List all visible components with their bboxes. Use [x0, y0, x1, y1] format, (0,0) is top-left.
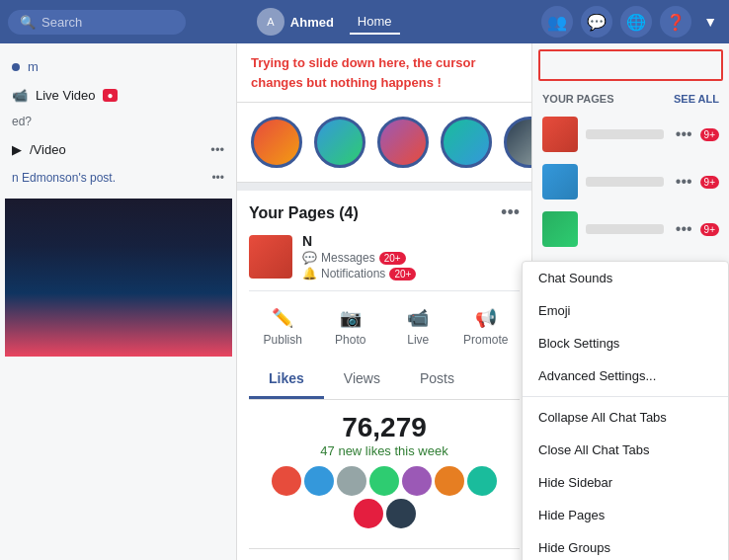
user-name: Ahmed: [290, 15, 334, 30]
rs-badge-1: 9+: [700, 128, 719, 141]
tab-likes[interactable]: Likes: [249, 360, 324, 399]
dropdown-block-settings[interactable]: Block Settings: [523, 327, 728, 360]
sidebar-asked-label: ed?: [12, 115, 32, 128]
mini-avatar-2: [304, 466, 334, 496]
sidebar-video-more[interactable]: •••: [210, 142, 224, 157]
sidebar-post-item[interactable]: n Edmonson's post. •••: [0, 165, 236, 191]
nav-center: A Ahmed Home: [257, 8, 400, 36]
dropdown-collapse-chat-tabs[interactable]: Collapse All Chat Tabs: [523, 401, 728, 434]
mini-avatar-4: [369, 466, 399, 496]
rs-page-more-2[interactable]: •••: [676, 173, 692, 191]
mini-avatar-5: [402, 466, 432, 496]
search-input[interactable]: [41, 15, 170, 30]
notifications-label: Notifications: [321, 267, 385, 280]
mini-avatar-9: [386, 499, 416, 528]
rs-page-more-3[interactable]: •••: [676, 220, 692, 238]
tab-views[interactable]: Views: [324, 360, 400, 399]
messages-label: Messages: [321, 251, 375, 265]
story-circle-3[interactable]: [377, 117, 429, 168]
friends-icon-btn[interactable]: 👥: [541, 6, 573, 38]
sidebar-video-label: /Video: [30, 142, 66, 157]
dropdown-close-chat-tabs[interactable]: Close All Chat Tabs: [523, 434, 728, 466]
pages-card: Your Pages (4) ••• N 💬 Messages 20+ 🔔 No…: [237, 191, 531, 560]
tabs-row: Likes Views Posts: [249, 360, 520, 400]
nav-icons: 👥 💬 🌐 ❓ ▼: [541, 6, 721, 38]
search-icon: 🔍: [20, 15, 36, 30]
rs-page-name-1: [586, 129, 664, 139]
dropdown-advanced-settings[interactable]: Advanced Settings...: [523, 360, 728, 392]
messages-badge: 20+: [379, 252, 406, 265]
pages-header: Your Pages (4) •••: [249, 202, 520, 223]
avatar-row: [261, 466, 508, 528]
left-sidebar: m 📹 Live Video ● ed? ▶ /Video ••• n Edmo…: [0, 43, 237, 560]
page-actions: ✏️ Publish 📷 Photo 📹 Live 📢 Promote: [249, 290, 520, 353]
rs-badge-3: 9+: [700, 223, 719, 236]
story-circle-1[interactable]: [251, 117, 302, 168]
your-pages-label: YOUR PAGES: [542, 93, 614, 105]
publish-btn[interactable]: ✏️ Publish: [249, 301, 317, 353]
dropdown-hide-sidebar[interactable]: Hide Sidebar: [523, 466, 728, 499]
sidebar-item-label: m: [28, 59, 39, 74]
live-icon: 📹: [12, 88, 28, 103]
page-avatar: [249, 235, 292, 279]
rs-page-more-1[interactable]: •••: [676, 125, 692, 143]
page-notifications: 🔔 Notifications 20+: [302, 267, 520, 280]
annotation-text-top: Trying to slide down here, the cursor ch…: [251, 53, 518, 92]
promote-icon: 📢: [475, 307, 497, 329]
rs-page-item-3: ••• 9+: [532, 205, 729, 253]
sidebar-post-more[interactable]: •••: [211, 171, 224, 185]
rs-page-item-2: ••• 9+: [532, 158, 729, 205]
page-entry: N 💬 Messages 20+ 🔔 Notifications 20+: [249, 233, 520, 280]
page-messages: 💬 Messages 20+: [302, 251, 520, 265]
avatar: A: [257, 8, 284, 36]
mini-avatar-7: [467, 466, 497, 496]
story-circle-5[interactable]: [504, 117, 531, 168]
sidebar-item-live-video[interactable]: 📹 Live Video ●: [0, 82, 236, 109]
publish-label: Publish: [264, 333, 302, 347]
top-navigation: 🔍 A Ahmed Home 👥 💬 🌐 ❓ ▼: [0, 0, 729, 43]
live-label: Live Video: [36, 88, 95, 103]
rs-page-name-3: [586, 224, 664, 234]
mini-avatar-3: [337, 466, 366, 496]
nav-dropdown-btn[interactable]: ▼: [699, 10, 721, 34]
video-icon: ▶: [12, 142, 22, 157]
pages-title: Your Pages (4): [249, 204, 359, 222]
live-btn[interactable]: 📹 Live: [384, 301, 452, 353]
see-all-btn[interactable]: SEE ALL: [674, 93, 719, 105]
dropdown-emoji[interactable]: Emoji: [523, 294, 728, 327]
help-icon-btn[interactable]: ❓: [660, 6, 691, 38]
mini-avatar-1: [272, 466, 301, 496]
photo-label: Photo: [335, 333, 365, 347]
annotation-box-top: Trying to slide down here, the cursor ch…: [237, 43, 531, 103]
your-pages-section-title: YOUR PAGES SEE ALL: [532, 87, 729, 111]
rs-page-avatar-3: [542, 211, 578, 247]
dropdown-hide-groups[interactable]: Hide Groups: [523, 531, 728, 560]
dropdown-hide-pages[interactable]: Hide Pages: [523, 499, 728, 531]
promote-btn[interactable]: 📢 Promote: [452, 301, 521, 353]
dropdown-menu: Chat Sounds Emoji Block Settings Advance…: [522, 261, 729, 560]
sidebar-item-home[interactable]: m: [0, 51, 236, 82]
publish-icon: ✏️: [272, 307, 293, 329]
live-label: Live: [407, 333, 429, 347]
event-invite[interactable]: 📅 1 event invite: [249, 548, 520, 560]
story-circles: [237, 103, 531, 183]
sidebar-video-item[interactable]: ▶ /Video •••: [0, 134, 236, 165]
live-action-icon: 📹: [407, 307, 429, 329]
photo-btn[interactable]: 📷 Photo: [317, 301, 385, 353]
notif-icon: 🔔: [302, 267, 317, 280]
sidebar-image: [5, 199, 232, 357]
photo-icon: 📷: [340, 307, 362, 329]
tab-posts[interactable]: Posts: [400, 360, 474, 399]
rs-page-avatar-1: [542, 117, 578, 152]
rs-badge-2: 9+: [700, 176, 719, 189]
rs-page-avatar-2: [542, 164, 578, 200]
story-circle-2[interactable]: [314, 117, 365, 168]
globe-icon-btn[interactable]: 🌐: [620, 6, 652, 38]
pages-more-btn[interactable]: •••: [501, 202, 520, 223]
home-link[interactable]: Home: [350, 10, 400, 35]
dot-icon: [12, 63, 20, 71]
story-circle-4[interactable]: [441, 117, 492, 168]
messenger-icon-btn[interactable]: 💬: [581, 6, 612, 38]
search-bar[interactable]: 🔍: [8, 10, 186, 35]
dropdown-chat-sounds[interactable]: Chat Sounds: [523, 262, 728, 294]
